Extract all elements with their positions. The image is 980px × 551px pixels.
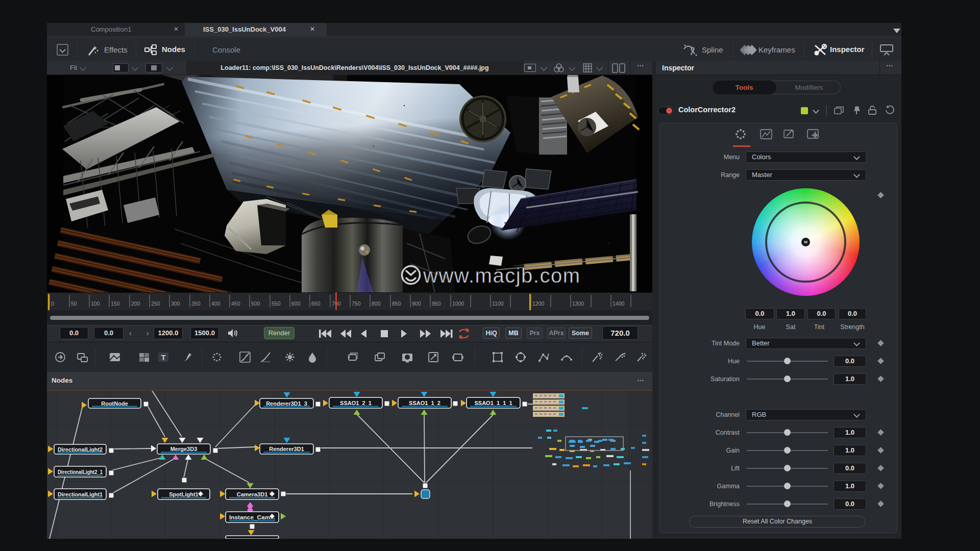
svg-text:DirectionalLight1: DirectionalLight1: [58, 491, 103, 497]
svg-text:SSAO1_2_1: SSAO1_2_1: [340, 400, 372, 406]
svg-text:www.macjb.com: www.macjb.com: [423, 264, 580, 287]
svg-text:DirectionalLight2: DirectionalLight2: [58, 446, 103, 453]
svg-text:Camera3D1: Camera3D1: [237, 491, 268, 497]
svg-text:SSAO1_1_1_1: SSAO1_1_1_1: [475, 400, 512, 406]
svg-text:DirectionalLight2_1: DirectionalLight2_1: [58, 469, 103, 475]
svg-text:T: T: [161, 353, 165, 362]
svg-text:RootNode: RootNode: [101, 400, 128, 407]
svg-text:SpotLight1: SpotLight1: [169, 491, 198, 497]
svg-text:Merge3D3: Merge3D3: [170, 446, 198, 452]
svg-text:Renderer3D1_3: Renderer3D1_3: [266, 400, 307, 407]
svg-text:SSAO1_1_2: SSAO1_1_2: [409, 400, 440, 406]
svg-text:Renderer3D1: Renderer3D1: [269, 446, 304, 452]
svg-text:Instance_Cam...: Instance_Cam...: [229, 514, 275, 520]
